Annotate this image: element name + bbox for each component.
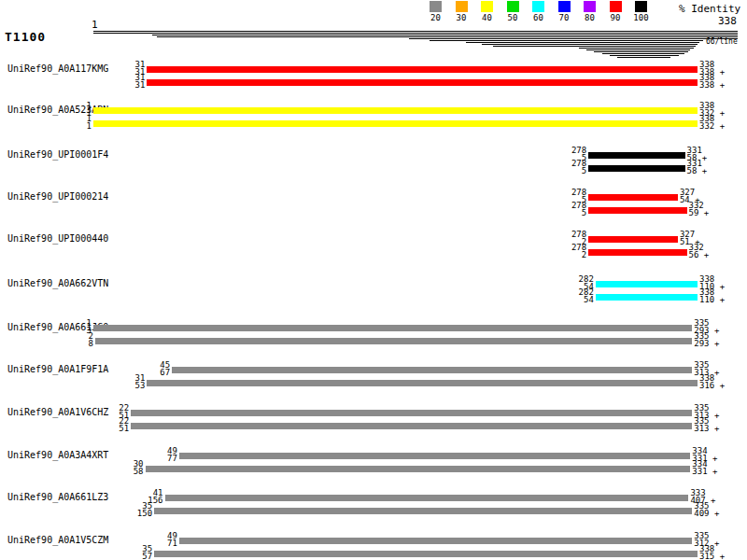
alignment-coverage-plot: T1100 1 338 66/line % Identity 203040506… xyxy=(0,0,747,560)
hit-start-label: 5 xyxy=(545,168,586,175)
hit-start-label: 54 xyxy=(553,297,594,303)
hit-end-strand-label: 316 + xyxy=(699,383,725,389)
hit-name: UniRef90_A0A3A4XRT xyxy=(7,451,108,460)
hit-bar xyxy=(147,66,698,73)
hit-name: UniRef90_UPI000440 xyxy=(7,234,108,244)
query-start-label: 278 xyxy=(545,231,586,238)
query-title: T1100 xyxy=(5,32,46,43)
hit-end-strand-label: 293 + xyxy=(694,341,719,347)
sequences-per-line-label: 66/line xyxy=(706,38,738,46)
hit-start-label: 2 xyxy=(545,252,586,259)
hit-end-strand-label: 313 + xyxy=(694,426,719,432)
legend-swatch-40 xyxy=(481,1,493,12)
hit-bar xyxy=(179,538,692,544)
legend-bin-label: 100 xyxy=(628,14,654,22)
coverage-line xyxy=(594,51,687,52)
hit-bar xyxy=(154,508,692,514)
query-start-label: 278 xyxy=(545,147,586,154)
coverage-line xyxy=(93,33,738,34)
hit-bar xyxy=(146,466,691,472)
hit-end-strand-label: 409 + xyxy=(694,511,719,517)
coverage-line xyxy=(157,36,738,37)
query-start-label: 278 xyxy=(545,203,586,209)
hit-bar xyxy=(131,410,692,416)
hit-bar xyxy=(596,294,698,301)
hit-end-strand-label: 58 + xyxy=(687,168,708,175)
ruler-end-label: 338 xyxy=(718,16,737,26)
hit-bar xyxy=(154,551,698,557)
legend-swatch-20 xyxy=(430,1,442,12)
hit-end-strand-label: 332 + xyxy=(699,123,725,130)
legend-bin-label: 40 xyxy=(474,14,500,22)
hit-end-strand-label: 59 + xyxy=(689,210,710,217)
hit-end-strand-label: 315 + xyxy=(699,553,725,560)
hit-bar xyxy=(93,120,698,127)
coverage-line xyxy=(409,38,738,39)
hit-bar xyxy=(165,495,689,501)
hit-name: UniRef90_A0A1F9F1A xyxy=(7,365,108,374)
hit-start-label: 51 xyxy=(88,426,129,432)
legend-bin-label: 70 xyxy=(552,14,577,22)
query-start-label: 1 xyxy=(50,116,92,122)
query-start-label: 1 xyxy=(50,320,92,327)
query-start-label: 278 xyxy=(545,245,586,251)
hit-start-label: 1 xyxy=(50,123,92,130)
hit-start-label: 150 xyxy=(111,511,152,517)
hit-name: UniRef90_A0A661LZ3 xyxy=(7,493,108,502)
hit-bar xyxy=(179,453,690,459)
legend-bin-label: 90 xyxy=(603,14,628,22)
coverage-line xyxy=(152,35,738,35)
coverage-line xyxy=(466,42,699,43)
legend-bin-label: 50 xyxy=(500,14,526,22)
coverage-line xyxy=(93,31,738,32)
legend-swatch-80 xyxy=(584,1,596,12)
hit-name: UniRef90_A0A1V5CZM xyxy=(7,536,108,545)
hit-bar xyxy=(588,152,684,159)
hit-end-strand-label: 331 + xyxy=(692,469,717,475)
coverage-line xyxy=(493,46,696,47)
legend-bin-label: 80 xyxy=(577,14,602,22)
hit-name: UniRef90_UPI000214 xyxy=(7,192,108,202)
hit-bar xyxy=(93,107,698,114)
coverage-line xyxy=(430,40,703,41)
hit-start-label: 53 xyxy=(104,383,145,389)
identity-legend-title: % Identity xyxy=(679,4,740,14)
hit-bar xyxy=(588,207,686,214)
hit-bar xyxy=(131,423,692,429)
ruler-start-label: 1 xyxy=(92,20,98,30)
hit-end-strand-label: 338 + xyxy=(699,82,725,89)
legend-bin-label: 30 xyxy=(449,14,474,22)
hit-bar xyxy=(93,325,692,331)
legend-swatch-90 xyxy=(610,1,622,12)
hit-bar xyxy=(588,194,678,201)
hit-name: UniRef90_A0A662VTN xyxy=(7,279,108,288)
hit-start-label: 8 xyxy=(52,341,93,347)
coverage-line xyxy=(586,49,690,50)
query-start-label: 1 xyxy=(50,103,92,109)
hit-bar xyxy=(588,249,686,256)
legend-swatch-60 xyxy=(532,1,544,12)
query-start-label: 278 xyxy=(545,189,586,196)
hit-bar xyxy=(147,79,698,86)
hit-start-label: 57 xyxy=(111,553,152,560)
hit-bar xyxy=(596,281,698,287)
hit-bar xyxy=(588,236,678,243)
hit-end-strand-label: 110 + xyxy=(699,297,725,303)
coverage-line xyxy=(482,44,698,45)
hit-end-strand-label: 56 + xyxy=(689,252,710,259)
coverage-line xyxy=(617,57,670,58)
coverage-line xyxy=(579,48,694,49)
legend-swatch-50 xyxy=(507,1,519,12)
query-start-label: 2 xyxy=(52,333,93,340)
coverage-line xyxy=(602,53,684,54)
hit-start-label: 31 xyxy=(104,82,145,89)
legend-swatch-100 xyxy=(635,1,647,12)
hit-bar xyxy=(147,380,698,386)
coverage-line xyxy=(610,55,679,56)
hit-bar xyxy=(588,165,684,172)
legend-swatch-70 xyxy=(558,1,571,12)
hit-bar xyxy=(172,367,692,373)
legend-bin-label: 60 xyxy=(526,14,551,22)
hit-name: UniRef90_UPI0001F4 xyxy=(7,150,108,160)
hit-start-label: 58 xyxy=(103,469,144,475)
